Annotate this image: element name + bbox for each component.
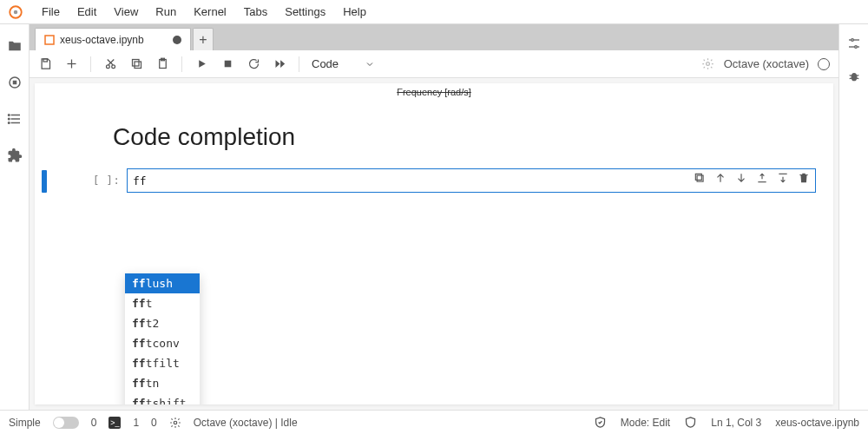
menu-settings[interactable]: Settings bbox=[276, 2, 334, 22]
svg-point-23 bbox=[707, 62, 710, 66]
tabs-count[interactable]: 0 bbox=[91, 417, 97, 429]
menu-run[interactable]: Run bbox=[147, 2, 185, 22]
trust-icon[interactable] bbox=[594, 416, 607, 429]
svg-rect-24 bbox=[697, 175, 703, 181]
completion-item[interactable]: fftshift bbox=[125, 393, 200, 404]
svg-rect-18 bbox=[135, 62, 141, 69]
svg-point-34 bbox=[851, 73, 857, 81]
left-sidebar bbox=[0, 24, 30, 410]
markdown-heading: Code completion bbox=[35, 97, 833, 168]
delete-cell-icon[interactable] bbox=[798, 172, 810, 184]
menu-kernel[interactable]: Kernel bbox=[185, 2, 235, 22]
notebook-paper[interactable]: Frequency [rad/s] Code completion [ ]: f… bbox=[35, 83, 833, 404]
svg-point-14 bbox=[106, 65, 109, 69]
menu-view[interactable]: View bbox=[105, 2, 147, 22]
right-sidebar bbox=[838, 24, 868, 410]
svg-line-36 bbox=[856, 76, 858, 76]
svg-rect-11 bbox=[43, 59, 47, 62]
kernel-indicator-icon[interactable] bbox=[818, 58, 830, 70]
kernels-count[interactable]: 0 bbox=[151, 417, 157, 429]
tab-label: xeus-octave.ipynb bbox=[60, 34, 144, 46]
axis-label: Frequency [rad/s] bbox=[35, 83, 833, 97]
cell-type-label: Code bbox=[312, 57, 339, 70]
save-icon[interactable] bbox=[38, 57, 52, 71]
completion-item[interactable]: fftfilt bbox=[125, 353, 200, 373]
cell-input[interactable]: ff bbox=[127, 168, 816, 193]
completion-popup: fflushfftfft2fftconvfftfiltfftnfftshiftf… bbox=[125, 273, 200, 404]
mode-status[interactable]: Mode: Edit bbox=[621, 417, 670, 429]
content-area: xeus-octave.ipynb + Code Oct bbox=[30, 24, 838, 410]
cut-icon[interactable] bbox=[103, 57, 117, 71]
menu-help[interactable]: Help bbox=[334, 2, 375, 22]
code-cell[interactable]: [ ]: ff bbox=[35, 168, 833, 193]
svg-line-35 bbox=[849, 76, 852, 76]
duplicate-cell-icon[interactable] bbox=[694, 172, 706, 184]
menubar: File Edit View Run Kernel Tabs Settings … bbox=[0, 0, 868, 24]
toc-icon[interactable] bbox=[7, 111, 23, 127]
svg-line-16 bbox=[108, 60, 114, 65]
add-tab-button[interactable]: + bbox=[193, 28, 214, 50]
insert-above-icon[interactable] bbox=[756, 172, 768, 184]
menu-edit[interactable]: Edit bbox=[69, 2, 105, 22]
menu-tabs[interactable]: Tabs bbox=[235, 2, 276, 22]
statusbar: Simple 0 >_ 1 0 Octave (xoctave) | Idle … bbox=[0, 410, 868, 434]
svg-line-17 bbox=[107, 60, 112, 65]
svg-rect-10 bbox=[45, 36, 54, 44]
cell-actions bbox=[694, 172, 810, 184]
svg-point-1 bbox=[14, 10, 18, 14]
paste-icon[interactable] bbox=[155, 57, 169, 71]
tab-xeus-octave[interactable]: xeus-octave.ipynb bbox=[35, 28, 191, 50]
extensions-icon[interactable] bbox=[7, 148, 23, 163]
copy-icon[interactable] bbox=[129, 57, 143, 71]
svg-rect-25 bbox=[695, 174, 701, 180]
terminals-count[interactable]: 1 bbox=[133, 417, 139, 429]
move-up-icon[interactable] bbox=[714, 172, 727, 184]
kernel-name[interactable]: Octave (xoctave) bbox=[724, 57, 809, 70]
svg-point-39 bbox=[174, 421, 177, 424]
svg-rect-22 bbox=[224, 61, 231, 68]
run-icon[interactable] bbox=[194, 57, 208, 71]
stop-icon[interactable] bbox=[220, 57, 234, 71]
svg-line-37 bbox=[849, 78, 852, 79]
chevron-down-icon bbox=[365, 59, 375, 69]
svg-point-29 bbox=[854, 46, 857, 49]
kernel-status[interactable]: Octave (xoctave) | Idle bbox=[194, 417, 298, 429]
add-cell-icon[interactable] bbox=[64, 57, 78, 71]
completion-item[interactable]: fft bbox=[125, 293, 200, 313]
jupyter-logo-icon bbox=[7, 3, 24, 21]
completion-item[interactable]: fftn bbox=[125, 373, 200, 393]
svg-point-8 bbox=[8, 118, 10, 120]
completion-item[interactable]: fflush bbox=[125, 273, 200, 293]
terminal-icon[interactable]: >_ bbox=[108, 417, 121, 429]
notebook-toolbar: Code Octave (xoctave) bbox=[30, 50, 838, 78]
simple-toggle[interactable] bbox=[53, 417, 79, 429]
svg-line-38 bbox=[856, 78, 858, 79]
running-icon[interactable] bbox=[7, 75, 23, 90]
restart-icon[interactable] bbox=[247, 57, 260, 71]
cell-active-bar bbox=[42, 170, 47, 193]
folder-icon[interactable] bbox=[7, 38, 23, 54]
svg-point-9 bbox=[8, 122, 10, 124]
notebook-icon bbox=[44, 35, 55, 45]
gear-icon[interactable] bbox=[701, 57, 715, 71]
svg-point-28 bbox=[851, 39, 853, 42]
svg-point-15 bbox=[111, 65, 115, 69]
cell-type-select[interactable]: Code bbox=[312, 57, 375, 70]
move-down-icon[interactable] bbox=[735, 172, 747, 184]
lsp-icon[interactable] bbox=[169, 417, 181, 429]
cursor-position[interactable]: Ln 1, Col 3 bbox=[711, 417, 761, 429]
status-filename[interactable]: xeus-octave.ipynb bbox=[775, 417, 859, 429]
completion-item[interactable]: fftconv bbox=[125, 333, 200, 353]
debugger-icon[interactable] bbox=[847, 69, 861, 83]
cell-code: ff bbox=[128, 174, 147, 187]
unsaved-indicator-icon bbox=[173, 36, 181, 44]
notebook-main: Frequency [rad/s] Code completion [ ]: f… bbox=[30, 78, 838, 410]
completion-item[interactable]: fft2 bbox=[125, 313, 200, 333]
tabbar: xeus-octave.ipynb + bbox=[30, 24, 838, 50]
insert-below-icon[interactable] bbox=[777, 172, 789, 184]
shield-icon[interactable] bbox=[684, 416, 697, 429]
fast-forward-icon[interactable] bbox=[273, 57, 286, 71]
svg-point-7 bbox=[8, 115, 10, 116]
menu-file[interactable]: File bbox=[33, 2, 69, 22]
property-inspector-icon[interactable] bbox=[847, 36, 861, 50]
